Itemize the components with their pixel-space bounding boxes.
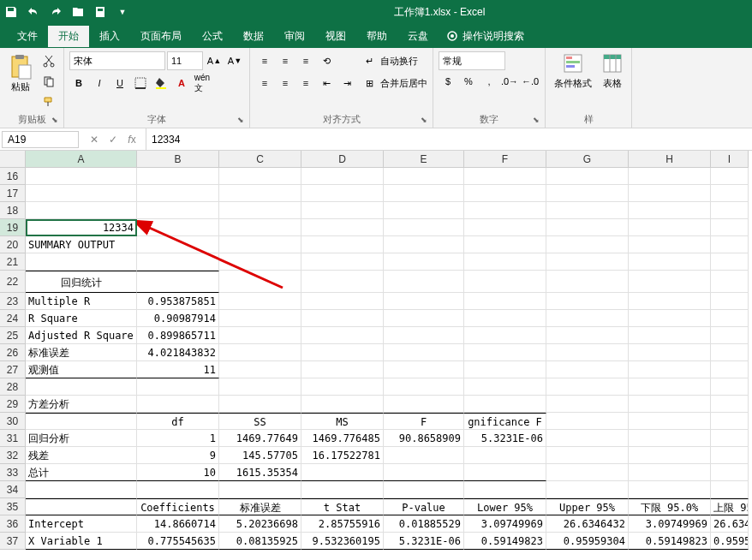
cell[interactable] xyxy=(546,344,629,361)
font-name-select[interactable] xyxy=(69,51,165,70)
cell[interactable] xyxy=(464,481,546,498)
font-size-select[interactable] xyxy=(167,51,203,70)
cell[interactable] xyxy=(711,378,749,396)
row-header[interactable]: 22 xyxy=(0,271,26,293)
copy-button[interactable] xyxy=(39,72,58,91)
cell[interactable]: Intercept xyxy=(26,515,137,533)
cell[interactable] xyxy=(384,253,464,271)
number-format-select[interactable] xyxy=(439,51,505,70)
alignment-launcher-icon[interactable]: ⬊ xyxy=(421,116,431,126)
cell[interactable]: gnificance F xyxy=(464,413,546,430)
conditional-format-button[interactable]: 条件格式 xyxy=(551,51,595,92)
cell[interactable]: SUMMARY OUTPUT xyxy=(26,236,137,253)
cell[interactable]: 总计 xyxy=(26,464,137,481)
row-header[interactable]: 29 xyxy=(0,396,26,413)
cell[interactable] xyxy=(219,202,301,219)
align-right-icon[interactable]: ≡ xyxy=(296,74,315,92)
cell[interactable] xyxy=(301,396,384,413)
cell[interactable] xyxy=(137,168,219,185)
cell[interactable]: 上限 95 xyxy=(711,498,749,515)
row-header[interactable]: 24 xyxy=(0,310,26,327)
cell[interactable] xyxy=(384,236,464,253)
increase-font-icon[interactable]: A▲ xyxy=(205,51,224,70)
col-header[interactable]: D xyxy=(301,151,384,168)
cell[interactable] xyxy=(26,481,137,498)
col-header[interactable]: G xyxy=(546,151,629,168)
cell[interactable] xyxy=(219,271,301,293)
row-header[interactable]: 17 xyxy=(0,185,26,202)
clipboard-launcher-icon[interactable]: ⬊ xyxy=(51,116,62,126)
cell[interactable]: 0.08135925 xyxy=(219,533,301,550)
cell[interactable]: Multiple R xyxy=(26,293,137,310)
cell[interactable] xyxy=(384,310,464,327)
cell[interactable]: 90.8658909 xyxy=(384,430,464,447)
cell[interactable] xyxy=(711,202,749,219)
cell[interactable]: SS xyxy=(219,413,301,430)
cell[interactable] xyxy=(546,396,629,413)
cell[interactable] xyxy=(629,202,711,219)
save2-icon[interactable] xyxy=(93,4,108,20)
cell[interactable] xyxy=(384,344,464,361)
cell[interactable] xyxy=(546,271,629,293)
cell[interactable]: 14.8660714 xyxy=(137,515,219,533)
cell[interactable] xyxy=(546,185,629,202)
align-top-icon[interactable]: ≡ xyxy=(255,51,274,70)
cell[interactable] xyxy=(464,327,546,344)
cell[interactable] xyxy=(711,271,749,293)
align-left-icon[interactable]: ≡ xyxy=(255,74,274,92)
cell[interactable] xyxy=(546,481,629,498)
col-header[interactable]: A xyxy=(26,151,137,168)
cell[interactable] xyxy=(711,396,749,413)
cell[interactable] xyxy=(464,271,546,293)
comma-icon[interactable]: , xyxy=(480,72,498,91)
cell[interactable]: 标准误差 xyxy=(219,498,301,515)
cell[interactable]: 回归统计 xyxy=(26,271,137,293)
cell[interactable]: Lower 95% xyxy=(464,498,546,515)
cell[interactable] xyxy=(26,168,137,185)
cell[interactable] xyxy=(711,344,749,361)
menu-layout[interactable]: 页面布局 xyxy=(130,26,192,47)
cell[interactable]: 0.01885529 xyxy=(384,515,464,533)
cell[interactable] xyxy=(629,185,711,202)
border-button[interactable] xyxy=(131,74,150,92)
row-header[interactable]: 18 xyxy=(0,202,26,219)
cell[interactable]: Upper 95% xyxy=(546,498,629,515)
cell[interactable] xyxy=(546,361,629,378)
cell[interactable]: 0.95959304 xyxy=(546,533,629,550)
row-header[interactable]: 21 xyxy=(0,253,26,271)
enter-icon[interactable]: ✓ xyxy=(104,131,122,148)
cell[interactable] xyxy=(219,236,301,253)
cell[interactable]: 9.532360195 xyxy=(301,533,384,550)
merge-center-button[interactable]: ⊞ 合并后居中 xyxy=(360,74,427,92)
col-header[interactable]: F xyxy=(464,151,546,168)
bold-button[interactable]: B xyxy=(69,74,88,92)
cell[interactable]: MS xyxy=(301,413,384,430)
cell[interactable]: 145.57705 xyxy=(219,447,301,464)
row-header[interactable]: 37 xyxy=(0,533,26,550)
cell[interactable] xyxy=(384,168,464,185)
undo-icon[interactable] xyxy=(26,4,41,20)
cell[interactable] xyxy=(384,219,464,236)
format-painter-button[interactable] xyxy=(39,92,58,111)
cell[interactable] xyxy=(219,327,301,344)
cell[interactable] xyxy=(137,378,219,396)
row-header[interactable]: 25 xyxy=(0,327,26,344)
menu-help[interactable]: 帮助 xyxy=(356,26,397,47)
cell[interactable] xyxy=(301,219,384,236)
cell[interactable]: 方差分析 xyxy=(26,396,137,413)
cell[interactable] xyxy=(711,327,749,344)
cell[interactable]: 0.953875851 xyxy=(137,293,219,310)
menu-data[interactable]: 数据 xyxy=(233,26,274,47)
cell[interactable] xyxy=(546,168,629,185)
cell[interactable]: 12334 xyxy=(26,219,137,236)
cell[interactable] xyxy=(464,378,546,396)
col-header[interactable]: I xyxy=(711,151,749,168)
cell[interactable]: df xyxy=(137,413,219,430)
row-header[interactable]: 31 xyxy=(0,430,26,447)
cell[interactable]: 5.3231E-06 xyxy=(384,533,464,550)
cell[interactable]: 1615.35354 xyxy=(219,464,301,481)
cell[interactable]: Adjusted R Square xyxy=(26,327,137,344)
row-header[interactable]: 16 xyxy=(0,168,26,185)
menu-cloud[interactable]: 云盘 xyxy=(397,26,439,47)
row-header[interactable]: 27 xyxy=(0,361,26,378)
